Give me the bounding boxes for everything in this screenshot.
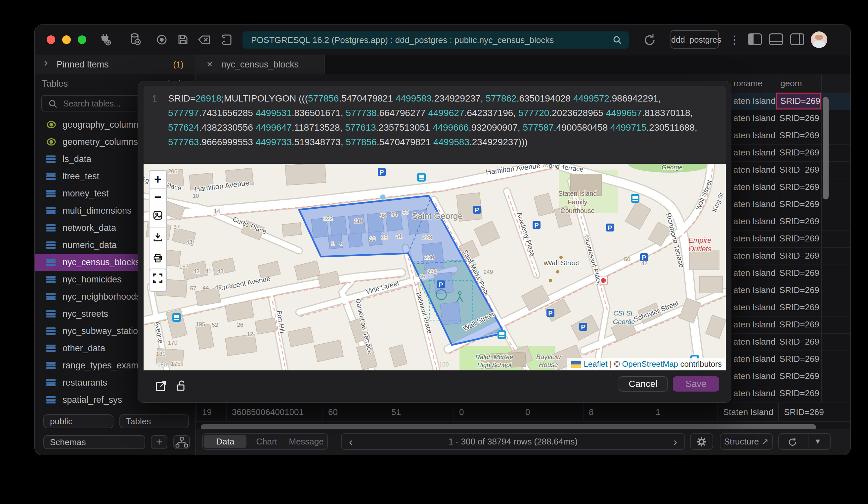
zoom-out-button[interactable]: −: [149, 189, 166, 206]
er-diagram-icon[interactable]: [173, 435, 190, 449]
next-page-button[interactable]: ›: [673, 434, 677, 449]
svg-text:94: 94: [391, 211, 397, 218]
cell-geom[interactable]: SRID=269: [776, 385, 822, 402]
minimize-window-button[interactable]: [62, 35, 71, 44]
svg-text:House: House: [539, 361, 558, 368]
kebab-menu-icon[interactable]: ⋮: [729, 31, 740, 48]
arrow-up-right-icon: ↗: [761, 437, 768, 447]
image-export-button[interactable]: [149, 210, 166, 228]
save-button[interactable]: Save: [673, 376, 719, 391]
open-in-new-icon[interactable]: [154, 379, 168, 392]
cell-geom[interactable]: SRID=269: [776, 282, 822, 298]
svg-text:P: P: [581, 323, 585, 331]
add-button[interactable]: +: [151, 435, 167, 449]
cell[interactable]: SRID=269: [778, 403, 822, 421]
cell-geom[interactable]: SRID=269: [776, 248, 822, 264]
tab-chart[interactable]: Chart: [246, 435, 287, 448]
svg-text:Outlets: Outlets: [689, 245, 712, 253]
parking-icon: P: [606, 223, 614, 231]
cell[interactable]: 0: [520, 403, 583, 421]
column-header-geom[interactable]: geom: [781, 74, 802, 93]
grid-bottom-row[interactable]: 1936085006400100160510081Staten IslandSR…: [196, 403, 850, 422]
cell-geom[interactable]: SRID=269: [776, 299, 822, 316]
table-icon: [46, 343, 56, 353]
cancel-button[interactable]: Cancel: [619, 376, 668, 391]
eye-icon[interactable]: [154, 32, 169, 47]
cell-geom[interactable]: SRID=269: [776, 144, 822, 161]
cell-geom[interactable]: SRID=269: [776, 368, 822, 385]
svg-text:180: 180: [157, 361, 167, 368]
leaflet-map[interactable]: PPPPPPPPHamilton AvenueHamilton AvenueEg…: [144, 164, 726, 370]
bus-stop-icon: [631, 194, 639, 203]
view-eye-icon: [46, 137, 56, 147]
osm-link[interactable]: OpenStreetMap: [622, 359, 678, 368]
cell-geom[interactable]: SRID=269: [776, 333, 822, 350]
unlock-icon[interactable]: [175, 379, 188, 392]
schemas-dropdown[interactable]: Schemas: [43, 435, 145, 449]
cell-geom[interactable]: SRID=269: [776, 350, 822, 367]
refresh-icon: [787, 437, 797, 447]
avatar[interactable]: [811, 31, 827, 48]
cell[interactable]: 51: [386, 403, 454, 421]
scroll-icon[interactable]: [219, 32, 234, 47]
svg-text:41: 41: [205, 268, 212, 274]
fullscreen-button[interactable]: [149, 273, 166, 291]
table-icon: [46, 309, 56, 319]
download-button[interactable]: [149, 231, 166, 249]
cell[interactable]: 360850064001001: [226, 403, 322, 421]
cell-geom[interactable]: SRID=269: [776, 93, 822, 109]
new-connection-icon[interactable]: [98, 32, 113, 47]
schema-selector-button[interactable]: public: [43, 414, 113, 428]
close-window-button[interactable]: [46, 35, 55, 44]
structure-button[interactable]: Structure ↗: [720, 433, 773, 450]
tab-message[interactable]: Message: [287, 435, 326, 448]
pinned-items-count: (1): [173, 55, 184, 74]
svg-text:206: 206: [168, 168, 177, 175]
print-button[interactable]: [149, 253, 166, 271]
tab-data[interactable]: Data: [204, 435, 246, 448]
cell-geom[interactable]: SRID=269: [776, 316, 822, 333]
wkt-editor[interactable]: 1 SRID=26918;MULTIPOLYGON (((577856.5470…: [144, 86, 726, 164]
panel-right-icon[interactable]: [790, 33, 804, 45]
cell-geom[interactable]: SRID=269: [776, 179, 822, 196]
app-window: POSTGRESQL 16.2 (Postgres.app) : ddd_pos…: [34, 24, 851, 455]
cell[interactable]: 8: [583, 403, 650, 421]
cell[interactable]: 1: [650, 403, 717, 421]
view-eye-icon: [46, 120, 56, 130]
refresh-split-button[interactable]: ▼: [778, 433, 830, 450]
prev-page-button[interactable]: ‹: [349, 434, 353, 449]
view-switcher: Data Chart Message: [202, 433, 328, 450]
refresh-icon[interactable]: [642, 32, 657, 47]
cell-geom[interactable]: SRID=269: [776, 161, 822, 178]
settings-gear-button[interactable]: [690, 433, 713, 450]
cell-geom[interactable]: SRID=269: [776, 196, 822, 213]
column-header-roname[interactable]: roname: [733, 74, 763, 93]
database-connect-icon[interactable]: [128, 32, 143, 47]
svg-text:110: 110: [354, 218, 363, 224]
cell[interactable]: Staten Island: [717, 403, 778, 421]
cell[interactable]: 0: [454, 403, 520, 421]
panel-bottom-icon[interactable]: [769, 33, 783, 45]
pinned-items-header[interactable]: › Pinned Items (1): [35, 55, 196, 75]
table-icon: [46, 274, 56, 284]
category-selector-button[interactable]: Tables: [120, 414, 189, 428]
chevron-down-icon[interactable]: ▼: [814, 434, 822, 449]
cell[interactable]: 60: [322, 403, 386, 421]
cell-geom[interactable]: SRID=269: [776, 213, 822, 230]
zoom-in-button[interactable]: +: [149, 171, 166, 189]
zoom-window-button[interactable]: [78, 35, 86, 44]
cell-geom[interactable]: SRID=269: [776, 127, 822, 144]
vertical-scrollbar[interactable]: [823, 97, 829, 199]
svg-text:P: P: [438, 281, 443, 288]
svg-text:Staten Island: Staten Island: [558, 190, 597, 197]
leaflet-link[interactable]: Leaflet: [584, 359, 608, 368]
cell-geom[interactable]: SRID=269: [776, 265, 822, 281]
database-selector-button[interactable]: ddd_postgres: [671, 30, 719, 49]
cell-geom[interactable]: SRID=269: [776, 110, 822, 127]
cell-geom[interactable]: SRID=269: [776, 230, 822, 247]
save-icon[interactable]: [176, 32, 190, 47]
panel-left-icon[interactable]: [748, 33, 762, 45]
backspace-icon[interactable]: [197, 32, 211, 47]
tab-nyc-census-blocks[interactable]: × nyc_census_blocks: [196, 55, 325, 74]
connection-title-bar[interactable]: POSTGRESQL 16.2 (Postgres.app) : ddd_pos…: [242, 31, 629, 49]
